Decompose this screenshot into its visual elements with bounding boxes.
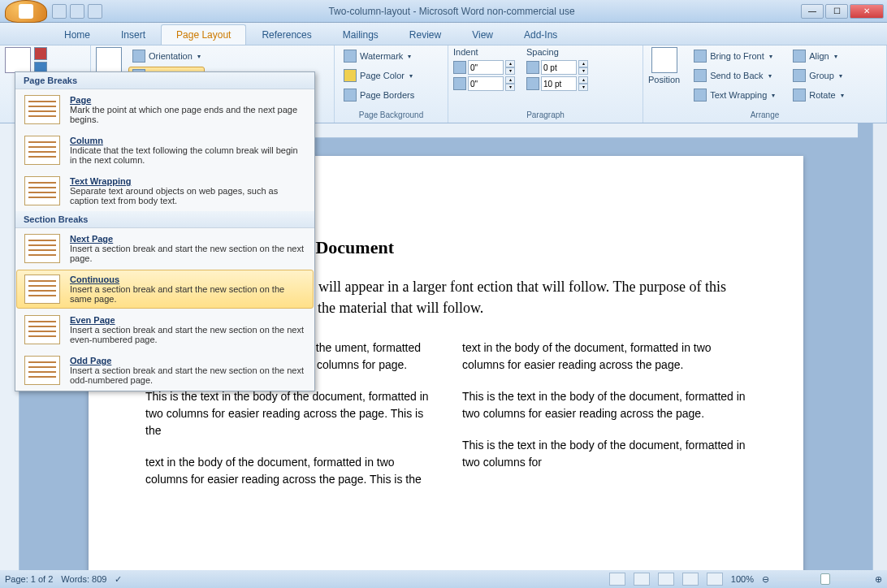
align-button[interactable]: Align▾	[789, 47, 847, 65]
zoom-level[interactable]: 100%	[731, 574, 754, 584]
indent-left-icon	[453, 61, 466, 74]
column-break-desc: Indicate that the text following the col…	[70, 145, 298, 165]
proofing-icon[interactable]: ✓	[115, 574, 122, 585]
indent-right-icon	[453, 77, 466, 90]
menu-item-next-page[interactable]: Next PageInsert a section break and star…	[15, 228, 314, 269]
spacing-after-icon	[526, 77, 539, 90]
tab-page-layout[interactable]: Page Layout	[161, 24, 246, 45]
spin-up-icon[interactable]: ▴	[578, 76, 588, 84]
rotate-label: Rotate	[809, 90, 835, 100]
indent-right-input[interactable]: ▴▾	[453, 76, 515, 91]
tab-references[interactable]: References	[246, 24, 327, 45]
themes-icon[interactable]	[5, 47, 31, 73]
theme-colors-icon[interactable]	[34, 47, 47, 60]
spin-down-icon[interactable]: ▾	[505, 84, 515, 91]
page-color-button[interactable]: Page Color▾	[340, 67, 418, 84]
spacing-before-input[interactable]: ▴▾	[526, 60, 588, 75]
spin-up-icon[interactable]: ▴	[505, 76, 515, 84]
continuous-title: Continuous	[70, 275, 119, 284]
watermark-label: Watermark	[360, 51, 403, 61]
next-page-title: Next Page	[70, 234, 113, 244]
continuous-icon	[24, 275, 60, 304]
redo-icon[interactable]	[88, 4, 102, 19]
page-borders-icon	[344, 89, 357, 102]
status-page[interactable]: Page: 1 of 2	[5, 574, 53, 584]
watermark-icon	[344, 50, 357, 63]
send-back-label: Send to Back	[710, 71, 763, 80]
statusbar: Page: 1 of 2 Words: 809 ✓ 100% ⊖ ⊕	[0, 570, 887, 588]
position-icon[interactable]	[651, 47, 677, 73]
indent-left-field[interactable]	[468, 60, 504, 75]
odd-page-icon	[24, 356, 60, 385]
send-to-back-button[interactable]: Send to Back▾	[690, 67, 779, 84]
rotate-button[interactable]: Rotate▾	[789, 86, 847, 104]
menu-item-even-page[interactable]: Even PageInsert a section break and star…	[15, 309, 314, 350]
page-background-group-label: Page Background	[340, 109, 443, 121]
bring-to-front-button[interactable]: Bring to Front▾	[690, 47, 779, 65]
body-paragraph: This is the text in the body of the docu…	[145, 388, 430, 439]
text-wrapping-button[interactable]: Text Wrapping▾	[690, 86, 779, 104]
spin-down-icon[interactable]: ▾	[578, 67, 588, 75]
office-button[interactable]	[5, 0, 47, 23]
maximize-button[interactable]: ☐	[825, 4, 848, 19]
page-borders-button[interactable]: Page Borders	[340, 86, 418, 104]
status-words[interactable]: Words: 809	[61, 574, 106, 584]
even-page-icon	[24, 315, 60, 344]
view-outline-button[interactable]	[682, 573, 699, 586]
menu-item-odd-page[interactable]: Odd PageInsert a section break and start…	[15, 350, 314, 391]
orientation-button[interactable]: Orientation▾	[128, 47, 205, 65]
vertical-scrollbar[interactable]	[872, 123, 887, 570]
tab-view[interactable]: View	[456, 24, 508, 45]
indent-left-input[interactable]: ▴▾	[453, 60, 515, 75]
tab-insert[interactable]: Insert	[106, 24, 161, 45]
page-color-label: Page Color	[360, 71, 405, 80]
zoom-in-button[interactable]: ⊕	[875, 574, 882, 585]
spacing-after-field[interactable]	[541, 76, 577, 91]
undo-icon[interactable]	[70, 4, 84, 19]
page-break-desc: Mark the point at which one page ends an…	[70, 105, 297, 124]
text-wrapping-break-title: Text Wrapping	[70, 176, 131, 186]
tab-mailings[interactable]: Mailings	[327, 24, 394, 45]
close-button[interactable]: ✕	[850, 4, 884, 19]
view-draft-button[interactable]	[707, 573, 723, 586]
minimize-button[interactable]: —	[801, 4, 824, 19]
column-break-title: Column	[70, 136, 103, 145]
view-web-layout-button[interactable]	[658, 573, 674, 586]
tab-home[interactable]: Home	[49, 24, 106, 45]
zoom-slider[interactable]	[777, 577, 867, 581]
spacing-after-input[interactable]: ▴▾	[526, 76, 588, 91]
page-color-icon	[344, 69, 357, 82]
spin-up-icon[interactable]: ▴	[578, 60, 588, 67]
spin-down-icon[interactable]: ▾	[505, 67, 515, 75]
text-wrapping-break-icon	[24, 176, 60, 205]
odd-page-desc: Insert a section break and start the new…	[70, 365, 304, 385]
watermark-button[interactable]: Watermark▾	[340, 47, 418, 65]
menu-item-continuous[interactable]: ContinuousInsert a section break and sta…	[16, 270, 314, 309]
indent-right-field[interactable]	[468, 76, 504, 91]
spin-down-icon[interactable]: ▾	[578, 84, 588, 91]
group-button[interactable]: Group▾	[789, 67, 847, 84]
quick-access-toolbar	[52, 4, 102, 19]
view-print-layout-button[interactable]	[609, 573, 625, 586]
spacing-before-field[interactable]	[541, 60, 577, 75]
margins-icon[interactable]	[96, 47, 122, 73]
view-full-screen-button[interactable]	[634, 573, 650, 586]
spin-up-icon[interactable]: ▴	[505, 60, 515, 67]
tab-addins[interactable]: Add-Ins	[508, 24, 573, 45]
dropdown-header-page-breaks: Page Breaks	[15, 72, 314, 89]
menu-item-column-break[interactable]: ColumnIndicate that the text following t…	[15, 130, 314, 171]
tab-review[interactable]: Review	[394, 24, 456, 45]
odd-page-title: Odd Page	[70, 356, 111, 365]
paragraph-group-label: Paragraph	[453, 109, 638, 121]
bring-front-label: Bring to Front	[710, 51, 764, 61]
menu-item-text-wrapping-break[interactable]: Text WrappingSeparate text around object…	[15, 171, 314, 211]
dropdown-header-section-breaks: Section Breaks	[15, 211, 314, 228]
ribbon-tabs: Home Insert Page Layout References Maili…	[0, 23, 887, 45]
menu-item-page-break[interactable]: PageMark the point at which one page end…	[15, 89, 314, 130]
page-break-icon	[24, 95, 60, 124]
save-icon[interactable]	[52, 4, 67, 19]
orientation-icon	[132, 50, 145, 63]
window-title: Two-column-layout - Microsoft Word non-c…	[102, 6, 801, 17]
zoom-out-button[interactable]: ⊖	[762, 574, 769, 585]
next-page-icon	[24, 234, 60, 263]
